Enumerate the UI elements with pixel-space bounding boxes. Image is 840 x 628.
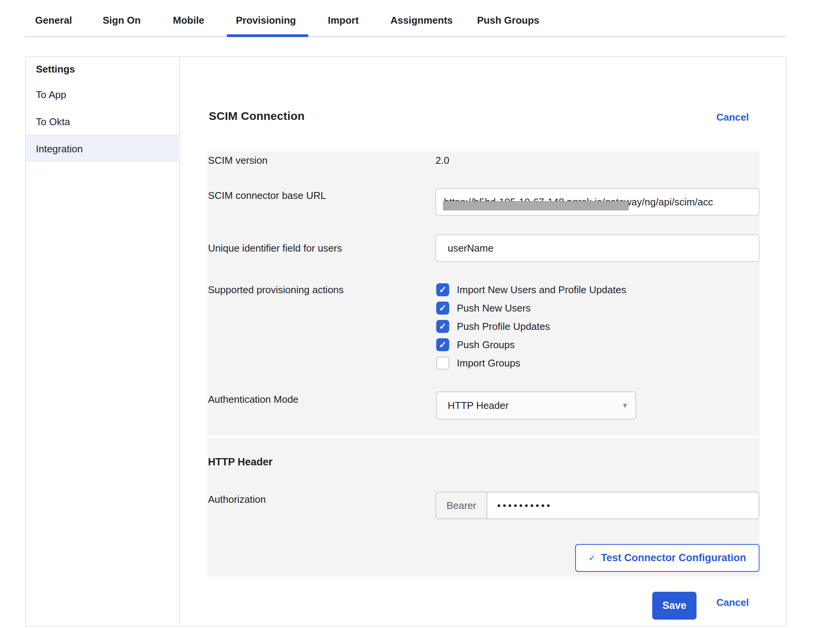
checkbox-checked-push-new-users[interactable]: ✓ <box>436 302 449 315</box>
cancel-link-top[interactable]: Cancel <box>716 111 749 123</box>
redaction-bar <box>443 201 629 210</box>
checkbox-checked-push-groups[interactable]: ✓ <box>436 338 449 351</box>
sidebar-item-to-okta[interactable]: To Okta <box>36 116 70 128</box>
tab-sign-on[interactable]: Sign On <box>103 15 141 26</box>
checkbox-checked-push-profile-updates[interactable]: ✓ <box>436 320 449 333</box>
provisioning-actions-label: Supported provisioning actions <box>208 283 344 297</box>
authorization-label: Authorization <box>208 492 266 506</box>
unique-identifier-input[interactable]: userName <box>435 234 759 262</box>
base-url-input[interactable]: https://b5bd-105-10-67-148.ngrok.io/gate… <box>435 188 759 216</box>
tab-mobile[interactable]: Mobile <box>173 15 204 26</box>
authorization-scheme: Bearer <box>436 492 487 518</box>
tab-assignments[interactable]: Assignments <box>390 15 453 26</box>
checkbox-label: Push New Users <box>457 302 531 315</box>
chevron-down-icon: ▾ <box>623 392 627 419</box>
cancel-button-bottom[interactable]: Cancel <box>716 597 749 609</box>
checkbox-label: Import Groups <box>457 357 520 370</box>
scim-version-label: SCIM version <box>208 153 268 167</box>
sidebar-title: Settings <box>36 63 75 75</box>
save-button[interactable]: Save <box>652 592 697 620</box>
tab-bar-divider <box>25 36 787 37</box>
checkbox-checked-import-new-users-and-profile-updates[interactable]: ✓ <box>436 283 449 296</box>
tab-import[interactable]: Import <box>328 15 359 26</box>
scim-version-value: 2.0 <box>435 153 449 167</box>
active-tab-underline <box>227 34 308 37</box>
auth-mode-label: Authentication Mode <box>208 392 298 406</box>
test-connector-button[interactable]: ✓ Test Connector Configuration <box>575 544 759 572</box>
checkbox-label: Push Groups <box>457 338 515 351</box>
checkbox-label: Import New Users and Profile Updates <box>457 283 626 296</box>
auth-mode-select[interactable]: HTTP Header ▾ <box>436 391 636 420</box>
app-window: GeneralSign OnMobileProvisioningImportAs… <box>0 0 840 628</box>
tab-provisioning[interactable]: Provisioning <box>236 15 296 26</box>
test-connector-label: Test Connector Configuration <box>601 552 746 564</box>
checkbox-unchecked-import-groups[interactable] <box>436 357 449 370</box>
unique-identifier-value: userName <box>448 242 493 254</box>
page-title: SCIM Connection <box>209 110 305 123</box>
sidebar-item-to-app[interactable]: To App <box>36 89 66 101</box>
unique-identifier-label: Unique identifier field for users <box>208 241 342 255</box>
base-url-label: SCIM connector base URL <box>208 189 326 202</box>
authorization-token-input[interactable]: •••••••••• <box>487 492 759 518</box>
checkbox-label: Push Profile Updates <box>457 320 550 333</box>
tab-general[interactable]: General <box>35 15 72 26</box>
http-header-section-title: HTTP Header <box>208 456 272 468</box>
sidebar-divider <box>179 56 180 626</box>
auth-mode-value: HTTP Header <box>448 400 509 411</box>
sidebar-item-integration[interactable]: Integration <box>36 143 83 155</box>
checkmark-icon: ✓ <box>588 553 595 563</box>
tab-push-groups[interactable]: Push Groups <box>477 15 539 26</box>
authorization-input-group: Bearer •••••••••• <box>435 492 759 519</box>
